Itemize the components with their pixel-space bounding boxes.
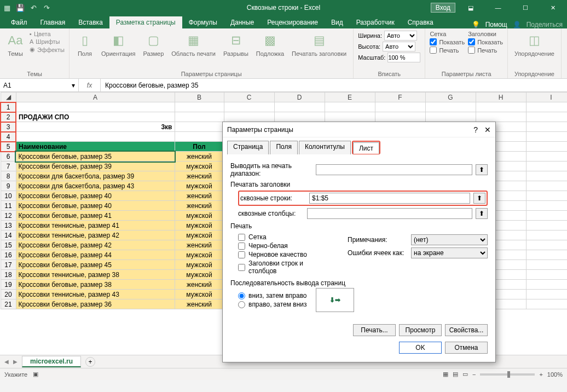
row-header[interactable]: 21 xyxy=(1,299,16,309)
col-header[interactable]: A xyxy=(16,93,175,102)
ok-button[interactable]: OK xyxy=(399,342,442,354)
cell[interactable] xyxy=(526,299,567,309)
cell[interactable] xyxy=(175,122,224,132)
cell[interactable]: Кроссовки беговые, размер 40 xyxy=(16,191,175,201)
gridlines-show[interactable]: Показать xyxy=(430,38,465,45)
errors-select[interactable]: на экране xyxy=(411,247,488,258)
cell[interactable] xyxy=(476,102,526,112)
cell[interactable]: женский xyxy=(175,280,224,290)
cell[interactable]: женский xyxy=(175,201,224,211)
tab-formulas[interactable]: Формулы xyxy=(182,16,224,28)
cell[interactable] xyxy=(526,270,567,280)
cell[interactable] xyxy=(476,112,526,122)
cell[interactable]: мужской xyxy=(175,181,224,191)
row-header[interactable]: 9 xyxy=(1,181,16,191)
cell[interactable]: Кроссовки беговые, размер 44 xyxy=(16,250,175,260)
col-header[interactable]: E xyxy=(325,93,375,102)
print-gridlines[interactable]: Сетка xyxy=(238,233,331,241)
zoom-in-icon[interactable]: + xyxy=(539,371,542,378)
cell[interactable] xyxy=(526,171,567,181)
breaks-button[interactable]: ⊟Разрывы xyxy=(221,31,251,58)
add-sheet-icon[interactable]: + xyxy=(85,357,95,367)
theme-colors[interactable]: ▪ Цвета xyxy=(30,31,65,37)
background-button[interactable]: ▩Подложка xyxy=(254,31,286,58)
rows-repeat-input[interactable] xyxy=(309,193,470,204)
margins-button[interactable]: ▯Поля xyxy=(74,31,96,58)
sheet-nav-prev-icon[interactable]: ◀ xyxy=(4,359,9,365)
rows-repeat-ref-icon[interactable]: ⬆ xyxy=(473,193,485,204)
cell[interactable] xyxy=(175,112,224,122)
login-button[interactable]: Вход xyxy=(431,3,455,13)
cell[interactable]: Кроссовки беговые, размер 40 xyxy=(16,201,175,211)
cell[interactable]: ПРОДАЖИ СПО xyxy=(16,112,175,122)
zoom-level[interactable]: 100% xyxy=(547,371,563,378)
cell[interactable]: женский xyxy=(175,171,224,181)
tab-insert[interactable]: Вставка xyxy=(72,16,109,28)
cell[interactable] xyxy=(526,112,567,122)
cell[interactable] xyxy=(526,260,567,270)
row-header[interactable]: 10 xyxy=(1,191,16,201)
row-header[interactable]: 6 xyxy=(1,152,16,162)
cell[interactable] xyxy=(375,102,425,112)
name-box-input[interactable] xyxy=(3,82,70,89)
row-header[interactable]: 13 xyxy=(1,221,16,230)
cell[interactable] xyxy=(526,221,567,230)
size-button[interactable]: ▢Размер xyxy=(141,31,166,58)
cell[interactable] xyxy=(526,142,567,152)
cell[interactable] xyxy=(274,102,325,112)
tellme-text[interactable]: Помощ xyxy=(485,21,507,28)
headings-print[interactable]: Печать xyxy=(468,47,503,54)
print-area-input[interactable] xyxy=(316,164,472,175)
row-header[interactable]: 18 xyxy=(1,270,16,280)
preview-button[interactable]: Просмотр xyxy=(399,324,442,336)
row-header[interactable]: 20 xyxy=(1,290,16,299)
print-bw[interactable]: Черно-белая xyxy=(238,242,331,250)
cell[interactable] xyxy=(224,112,274,122)
zoom-out-icon[interactable]: − xyxy=(472,371,476,378)
row-header[interactable]: 5 xyxy=(1,142,16,152)
row-header[interactable]: 16 xyxy=(1,250,16,260)
cell[interactable]: Пол xyxy=(175,142,224,152)
cell[interactable] xyxy=(274,112,325,122)
cell[interactable] xyxy=(526,240,567,250)
maximize-icon[interactable]: ☐ xyxy=(513,0,537,15)
cell[interactable]: мужской xyxy=(175,211,224,221)
print-area-button[interactable]: ▦Область печати xyxy=(169,31,218,58)
cell[interactable] xyxy=(526,250,567,260)
col-header[interactable]: I xyxy=(526,93,567,102)
cell[interactable] xyxy=(526,280,567,290)
close-icon[interactable]: ✕ xyxy=(541,0,565,15)
tab-developer[interactable]: Разработчик xyxy=(350,16,401,28)
cell[interactable] xyxy=(526,132,567,142)
undo-icon[interactable]: ↶ xyxy=(28,3,38,13)
cell[interactable] xyxy=(325,102,375,112)
cell[interactable]: мужской xyxy=(175,230,224,240)
cell[interactable]: женский xyxy=(175,152,224,162)
name-box-dropdown-icon[interactable]: ▾ xyxy=(72,82,75,89)
select-all-corner[interactable]: ◢ xyxy=(1,93,16,102)
tab-file[interactable]: Файл xyxy=(4,16,34,28)
tab-home[interactable]: Главная xyxy=(34,16,72,28)
cell[interactable] xyxy=(16,102,175,112)
row-header[interactable]: 14 xyxy=(1,230,16,240)
arrange-button[interactable]: ◫Упорядочение xyxy=(512,31,557,58)
cell[interactable]: Кроссовки беговые, размер 41 xyxy=(16,211,175,221)
theme-fonts[interactable]: A Шрифты xyxy=(30,38,65,45)
col-header[interactable]: C xyxy=(224,93,274,102)
orientation-button[interactable]: ◧Ориентация xyxy=(99,31,137,58)
order-over-down[interactable]: вправо, затем вниз xyxy=(238,301,307,308)
cell[interactable] xyxy=(526,152,567,162)
save-icon[interactable]: 💾 xyxy=(15,3,25,13)
cell[interactable]: Наименование xyxy=(16,142,175,152)
dialog-close-icon[interactable]: ✕ xyxy=(484,125,491,134)
cell[interactable]: мужской xyxy=(175,250,224,260)
cell[interactable] xyxy=(526,230,567,240)
tab-view[interactable]: Вид xyxy=(325,16,350,28)
cell[interactable] xyxy=(526,102,567,112)
cell[interactable]: Кроссовки теннисные, размер 43 xyxy=(16,290,175,299)
height-select[interactable]: Авто xyxy=(383,42,415,51)
print-titles-button[interactable]: ▤Печатать заголовки xyxy=(290,31,349,58)
row-header[interactable]: 3 xyxy=(1,122,16,132)
cell[interactable]: Кроссовки теннисные, размер 41 xyxy=(16,221,175,230)
tab-help[interactable]: Справка xyxy=(401,16,440,28)
